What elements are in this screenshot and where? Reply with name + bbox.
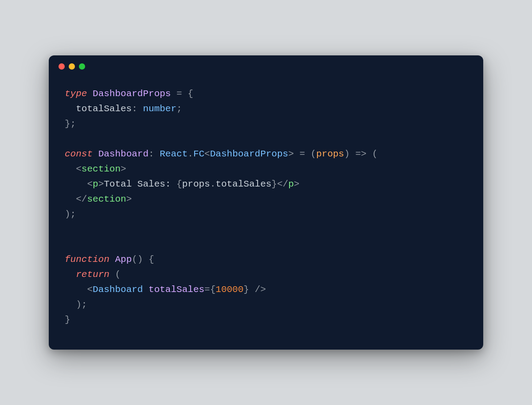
code-token: . (210, 179, 216, 189)
code-token: props (182, 179, 210, 189)
code-line: <Dashboard totalSales={10000} /> (65, 282, 467, 297)
code-token: /> (255, 284, 266, 295)
code-token (65, 194, 76, 204)
code-token: . (188, 149, 193, 159)
code-token (350, 149, 356, 159)
code-line: type DashboardProps = { (65, 86, 467, 101)
code-line: </section> (65, 192, 467, 207)
code-token: ( (311, 149, 317, 159)
code-token: Dashboard (98, 149, 149, 159)
code-token: number (143, 104, 176, 114)
code-token: () (132, 254, 143, 265)
code-token (65, 164, 76, 174)
minimize-icon[interactable] (69, 63, 75, 70)
code-token (154, 149, 160, 159)
code-token: < (87, 179, 93, 189)
code-token (367, 149, 372, 159)
code-token: React (160, 149, 188, 159)
code-token (137, 104, 143, 114)
code-token: < (87, 284, 93, 295)
code-token: section (82, 164, 121, 174)
code-line: } (65, 312, 467, 327)
code-token (143, 254, 149, 265)
code-token: return (76, 269, 110, 280)
page-background: type DashboardProps = { totalSales: numb… (0, 0, 532, 405)
code-token: totalSales (149, 284, 204, 295)
code-token: = (204, 284, 210, 295)
code-token: section (87, 194, 126, 204)
code-token: < (76, 164, 82, 174)
code-token: ( (115, 269, 121, 280)
code-token: > (288, 149, 294, 159)
code-token (182, 89, 188, 99)
code-token: = (299, 149, 305, 159)
code-token: type (65, 89, 87, 99)
code-token: ; (176, 104, 182, 114)
code-token: props (316, 149, 344, 159)
code-token: ) (65, 209, 70, 219)
code-token (143, 284, 149, 295)
code-token: : (149, 149, 154, 159)
code-token: totalSales (65, 104, 132, 114)
code-token: FC (193, 149, 204, 159)
code-token: > (98, 179, 104, 189)
code-token: } (65, 119, 70, 129)
code-line (65, 222, 467, 237)
code-window: type DashboardProps = { totalSales: numb… (49, 55, 483, 350)
code-token: Dashboard (93, 284, 143, 295)
code-token: { (176, 179, 182, 189)
code-token: > (121, 164, 126, 174)
code-token (249, 284, 255, 295)
code-token (93, 149, 98, 159)
code-token: } (271, 179, 277, 189)
code-token: Total Sales: (104, 179, 176, 189)
code-token: : (132, 104, 137, 114)
code-token: DashboardProps (93, 89, 171, 99)
code-token: totalSales (215, 179, 271, 189)
code-line: <section> (65, 162, 467, 177)
code-token (87, 89, 93, 99)
code-token (294, 149, 300, 159)
code-token: { (149, 254, 154, 265)
code-line: <p>Total Sales: {props.totalSales}</p> (65, 177, 467, 192)
code-line: totalSales: number; (65, 101, 467, 117)
code-token: ) (344, 149, 350, 159)
code-token (110, 254, 115, 265)
code-line: function App() { (65, 252, 467, 267)
code-token (65, 179, 87, 189)
code-token: const (65, 149, 93, 159)
code-token: = (176, 89, 182, 99)
code-line (65, 132, 467, 147)
code-token: App (115, 254, 132, 265)
code-line (65, 237, 467, 252)
code-token: ( (372, 149, 378, 159)
code-token: p (93, 179, 98, 189)
code-token: 10000 (215, 284, 243, 295)
code-token (171, 89, 176, 99)
code-line: const Dashboard: React.FC<DashboardProps… (65, 147, 467, 162)
zoom-icon[interactable] (79, 63, 85, 70)
code-token: } (65, 315, 70, 325)
code-token: > (126, 194, 132, 204)
code-token: ; (82, 300, 87, 310)
code-block[interactable]: type DashboardProps = { totalSales: numb… (49, 78, 483, 350)
code-line: }; (65, 117, 467, 132)
code-token: p (288, 179, 294, 189)
code-token: ) (76, 300, 82, 310)
code-token: => (355, 149, 366, 159)
code-token: } (243, 284, 249, 295)
code-token: { (210, 284, 216, 295)
code-token: ; (70, 209, 76, 219)
code-token: > (294, 179, 300, 189)
code-token (305, 149, 311, 159)
code-token: { (188, 89, 193, 99)
window-titlebar (49, 55, 483, 78)
code-line: return ( (65, 267, 467, 282)
code-token: function (65, 254, 110, 265)
code-token: </ (277, 179, 288, 189)
close-icon[interactable] (59, 63, 65, 70)
code-line: ); (65, 297, 467, 312)
code-token: < (204, 149, 210, 159)
code-line: ); (65, 207, 467, 222)
code-token (65, 284, 87, 295)
